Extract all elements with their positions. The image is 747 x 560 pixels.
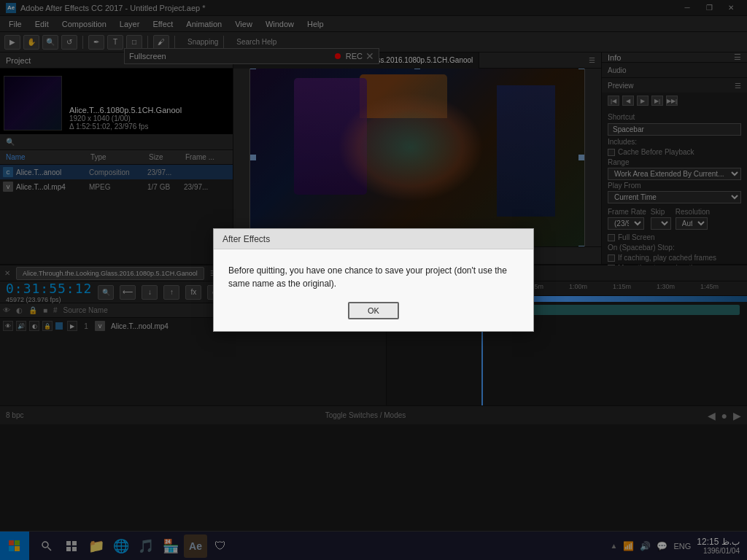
dialog-ok-button[interactable]: OK (348, 302, 399, 319)
dialog-message: Before quitting, you have one chance to … (228, 264, 519, 290)
dialog-overlay: After Effects Before quitting, you have … (0, 0, 747, 560)
dialog-body: Before quitting, you have one chance to … (214, 249, 533, 331)
dialog-title: After Effects (214, 229, 533, 249)
dialog: After Effects Before quitting, you have … (213, 228, 534, 332)
dialog-buttons: OK (228, 302, 519, 319)
